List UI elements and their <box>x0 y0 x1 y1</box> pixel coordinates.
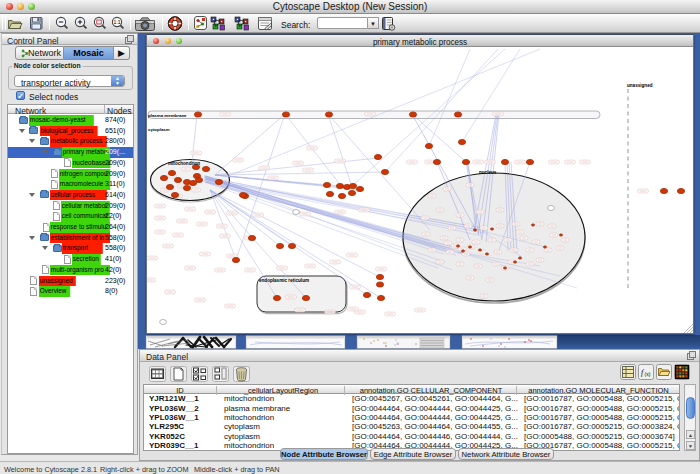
svg-text:mitochondrion: mitochondrion <box>168 161 200 166</box>
svg-text:unassigned: unassigned <box>627 83 653 88</box>
svg-text:endoplasmic reticulum: endoplasmic reticulum <box>259 278 309 283</box>
svg-text:1:1: 1:1 <box>114 19 121 25</box>
svg-text:plasma membrane: plasma membrane <box>148 113 187 118</box>
svg-text:nucleus: nucleus <box>479 170 497 175</box>
svg-text:cytoplasm: cytoplasm <box>148 127 170 132</box>
svg-text:(x): (x) <box>645 371 651 377</box>
